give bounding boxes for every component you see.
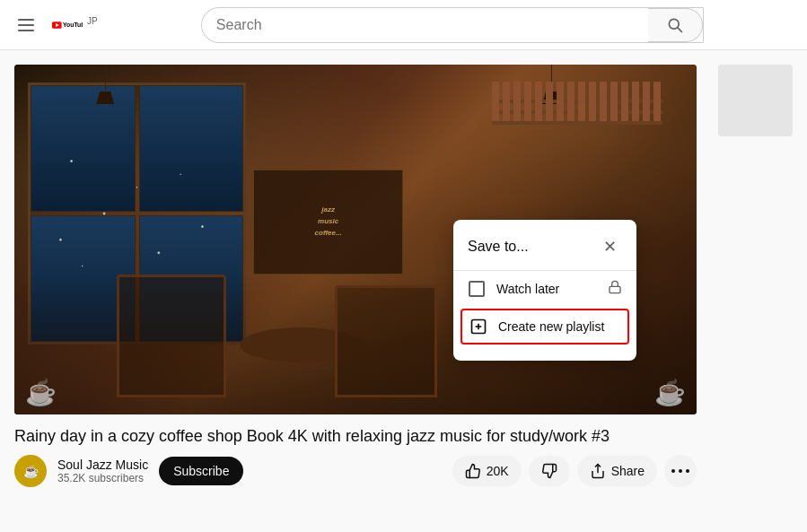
channel-avatar[interactable]: ☕ bbox=[14, 455, 47, 487]
subscriber-count: 35.2K subscribers bbox=[57, 472, 148, 484]
sidebar bbox=[718, 65, 793, 487]
youtube-logo[interactable]: YouTube JP bbox=[52, 14, 98, 36]
watermark-left: ☕ bbox=[25, 378, 57, 407]
more-icon bbox=[671, 469, 689, 473]
logo-country: JP bbox=[87, 16, 98, 26]
channel-name[interactable]: Soul Jazz Music bbox=[57, 458, 148, 472]
create-playlist-label: Create new playlist bbox=[498, 319, 604, 334]
video-meta: ☕ Soul Jazz Music 35.2K subscribers Subs… bbox=[14, 455, 697, 487]
watermark-right: ☕ bbox=[654, 378, 686, 407]
create-playlist-item[interactable]: Create new playlist bbox=[461, 309, 629, 344]
create-playlist-icon bbox=[469, 318, 487, 336]
share-button[interactable]: Share bbox=[577, 456, 657, 486]
chair-left bbox=[117, 275, 226, 397]
channel-info: ☕ Soul Jazz Music 35.2K subscribers Subs… bbox=[14, 455, 243, 487]
action-buttons: 20K bbox=[452, 455, 697, 487]
search-button[interactable] bbox=[648, 8, 703, 42]
share-icon bbox=[590, 463, 606, 479]
svg-point-7 bbox=[679, 469, 682, 473]
svg-point-6 bbox=[671, 469, 675, 473]
watch-later-item[interactable]: Watch later bbox=[453, 271, 636, 307]
modal-close-button[interactable]: ✕ bbox=[597, 234, 622, 259]
lock-icon bbox=[608, 280, 622, 298]
main-content: jazz music coffee... ☕ ☕ Rainy day in a … bbox=[0, 50, 807, 501]
like-icon bbox=[465, 463, 481, 479]
svg-rect-9 bbox=[610, 286, 620, 292]
more-button[interactable] bbox=[664, 455, 697, 487]
watch-later-label: Watch later bbox=[496, 282, 559, 296]
youtube-icon: YouTube bbox=[52, 14, 83, 36]
coffee-sign: jazz music coffee... bbox=[253, 170, 403, 275]
lamp-left bbox=[96, 65, 114, 104]
svg-point-8 bbox=[686, 469, 689, 473]
search-input[interactable] bbox=[202, 10, 648, 40]
svg-text:YouTube: YouTube bbox=[63, 22, 83, 28]
header: YouTube JP bbox=[0, 0, 807, 50]
search-icon bbox=[666, 16, 684, 34]
modal-header: Save to... ✕ bbox=[453, 234, 636, 271]
chair-right bbox=[335, 285, 437, 397]
dislike-button[interactable] bbox=[529, 456, 570, 486]
hamburger-menu[interactable] bbox=[14, 15, 38, 35]
channel-details: Soul Jazz Music 35.2K subscribers bbox=[57, 458, 148, 484]
svg-line-4 bbox=[678, 27, 682, 31]
like-count: 20K bbox=[487, 464, 509, 478]
sidebar-placeholder bbox=[718, 65, 793, 136]
coffee-text: jazz music coffee... bbox=[315, 205, 342, 239]
search-container bbox=[201, 7, 704, 43]
checkbox-icon bbox=[468, 280, 486, 298]
subscribe-button[interactable]: Subscribe bbox=[159, 457, 243, 485]
save-modal: Save to... ✕ Watch later bbox=[453, 220, 636, 361]
share-label: Share bbox=[611, 464, 645, 478]
search-bar bbox=[201, 7, 704, 43]
header-left: YouTube JP bbox=[14, 14, 98, 36]
close-icon: ✕ bbox=[603, 237, 617, 257]
dislike-icon bbox=[541, 463, 557, 479]
like-button[interactable]: 20K bbox=[452, 456, 522, 486]
video-title: Rainy day in a cozy coffee shop Book 4K … bbox=[14, 425, 697, 448]
modal-title: Save to... bbox=[468, 239, 529, 255]
